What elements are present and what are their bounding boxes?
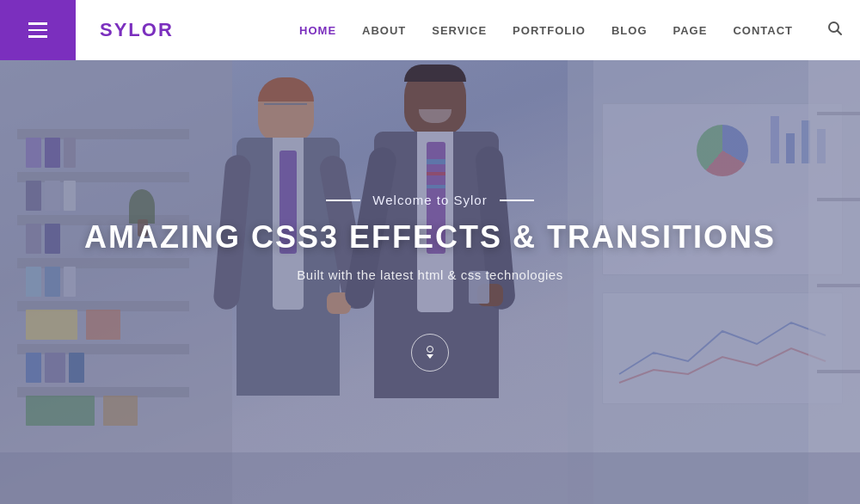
nav-item-blog[interactable]: BLOG xyxy=(611,24,648,37)
hero-subtitle: Built with the latest html & css technol… xyxy=(84,267,776,282)
nav-item-contact[interactable]: CONTACT xyxy=(733,24,793,37)
nav-item-portfolio[interactable]: PORTFOLIO xyxy=(513,24,586,37)
search-icon[interactable] xyxy=(827,21,843,40)
main-nav: HOME ABOUT SERVICE PORTFOLIO BLOG PAGE C… xyxy=(299,21,860,40)
hamburger-menu[interactable] xyxy=(0,0,76,60)
welcome-line-left xyxy=(326,200,360,201)
hero-welcome-text: Welcome to Sylor xyxy=(372,193,487,207)
hamburger-icon xyxy=(28,22,47,38)
hero-welcome-line: Welcome to Sylor xyxy=(84,193,776,207)
hero-content: Welcome to Sylor AMAZING CSS3 EFFECTS & … xyxy=(67,175,793,388)
nav-item-page[interactable]: PAGE xyxy=(673,24,708,37)
welcome-line-right xyxy=(500,200,534,201)
hero-section: Welcome to Sylor AMAZING CSS3 EFFECTS & … xyxy=(0,60,860,504)
hero-title: AMAZING CSS3 EFFECTS & TRANSITIONS xyxy=(84,219,776,255)
scroll-circle xyxy=(427,346,433,353)
scroll-icon xyxy=(427,346,433,359)
site-logo[interactable]: SYLOR xyxy=(76,19,174,41)
nav-item-home[interactable]: HOME xyxy=(299,24,336,37)
site-header: SYLOR HOME ABOUT SERVICE PORTFOLIO BLOG … xyxy=(0,0,860,60)
nav-item-service[interactable]: SERVICE xyxy=(432,24,487,37)
scroll-down-button[interactable] xyxy=(411,334,449,372)
nav-item-about[interactable]: ABOUT xyxy=(362,24,406,37)
scroll-arrow-icon xyxy=(427,354,433,359)
svg-line-1 xyxy=(838,30,842,34)
